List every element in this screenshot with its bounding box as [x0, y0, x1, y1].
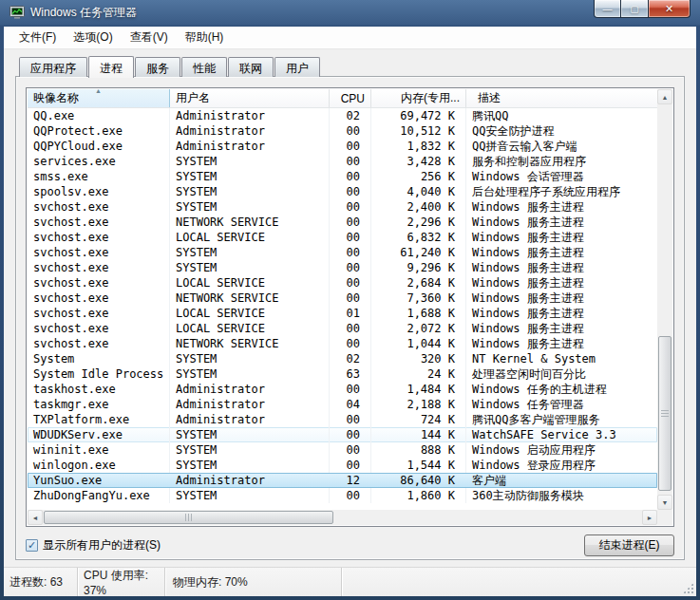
cell-memory: 86,640 K: [371, 473, 466, 488]
cell-memory: 256 K: [371, 169, 466, 184]
close-icon: ✕: [665, 3, 673, 15]
scroll-down-icon: ▼: [662, 499, 669, 506]
cell-cpu: 00: [330, 215, 371, 230]
cell-description: Windows 任务的主机进程: [466, 382, 657, 397]
table-row[interactable]: svchost.exeLOCAL SERVICE006,832 KWindows…: [28, 230, 657, 245]
cell-cpu: 00: [330, 169, 371, 184]
close-button[interactable]: ✕: [648, 0, 691, 18]
table-row[interactable]: svchost.exeNETWORK SERVICE001,044 KWindo…: [28, 336, 657, 351]
vertical-scrollbar[interactable]: ▲ ▼: [657, 89, 672, 510]
table-row[interactable]: taskmgr.exeAdministrator042,188 KWindows…: [28, 397, 657, 412]
tab-应用程序[interactable]: 应用程序: [19, 57, 87, 77]
show-all-users-checkbox[interactable]: ✓ 显示所有用户的进程(S): [26, 537, 161, 553]
column-header[interactable]: 描述: [466, 89, 657, 107]
tab-用户[interactable]: 用户: [274, 57, 320, 77]
title-bar[interactable]: Windows 任务管理器 — ▢ ✕: [4, 0, 696, 27]
cell-image: svchost.exe: [28, 275, 170, 291]
table-row[interactable]: smss.exeSYSTEM00256 KWindows 会话管理器: [28, 169, 657, 184]
maximize-icon: ▢: [630, 4, 638, 14]
cell-cpu: 04: [330, 397, 371, 412]
cell-memory: 1,860 K: [371, 488, 466, 503]
cell-description: Windows 服务主进程: [466, 291, 657, 306]
table-row[interactable]: ZhuDongFangYu.exeSYSTEM001,860 K360主动防御服…: [28, 488, 657, 503]
table-row[interactable]: svchost.exeLOCAL SERVICE002,072 KWindows…: [28, 321, 657, 336]
column-header[interactable]: 映像名称▲: [28, 89, 170, 107]
cell-description: Windows 服务主进程: [466, 275, 657, 291]
thumb-grip-icon: [661, 410, 669, 418]
table-row[interactable]: svchost.exeNETWORK SERVICE002,296 KWindo…: [28, 215, 657, 230]
table-row[interactable]: spoolsv.exeSYSTEM004,040 K后台处理程序子系统应用程序: [28, 184, 657, 199]
cell-user: NETWORK SERVICE: [170, 336, 330, 351]
cell-image: taskmgr.exe: [28, 397, 170, 412]
scroll-down-button[interactable]: ▼: [657, 495, 672, 510]
vertical-scrollbar-thumb[interactable]: [658, 336, 672, 491]
checkbox-checked-icon[interactable]: ✓: [26, 539, 38, 552]
table-row[interactable]: svchost.exeLOCAL SERVICE011,688 KWindows…: [28, 306, 657, 321]
cell-user: LOCAL SERVICE: [170, 275, 330, 291]
table-row[interactable]: winlogon.exeSYSTEM001,544 KWindows 登录应用程…: [28, 458, 657, 473]
cell-image: spoolsv.exe: [28, 184, 170, 199]
cell-user: Administrator: [170, 397, 330, 412]
menu-item[interactable]: 文件(F): [10, 27, 65, 48]
scroll-left-button[interactable]: ◄: [28, 510, 43, 525]
cell-description: 360主动防御服务模块: [466, 488, 657, 503]
column-header[interactable]: 内存(专用...: [371, 89, 466, 107]
scroll-up-icon: ▲: [662, 94, 669, 101]
cell-memory: 9,296 K: [371, 260, 466, 275]
horizontal-scrollbar[interactable]: ◄ ►: [28, 510, 657, 525]
column-header-label: CPU: [341, 92, 365, 105]
tab-性能[interactable]: 性能: [181, 57, 227, 77]
table-row[interactable]: QQPYCloud.exeAdministrator001,832 KQQ拼音云…: [28, 139, 657, 154]
cell-memory: 2,684 K: [371, 275, 466, 291]
column-header-label: 描述: [478, 90, 501, 106]
cell-cpu: 02: [330, 108, 371, 123]
window-title: Windows 任务管理器: [30, 5, 137, 21]
cell-image: svchost.exe: [28, 199, 170, 215]
table-row[interactable]: taskhost.exeAdministrator001,484 KWindow…: [28, 382, 657, 397]
cell-image: svchost.exe: [28, 260, 170, 275]
cell-memory: 1,688 K: [371, 306, 466, 321]
scroll-right-button[interactable]: ►: [642, 510, 657, 525]
table-row[interactable]: QQProtect.exeAdministrator0010,512 KQQ安全…: [28, 123, 657, 139]
cell-cpu: 00: [330, 488, 371, 503]
cell-memory: 4,040 K: [371, 184, 466, 199]
table-row[interactable]: svchost.exeLOCAL SERVICE002,684 KWindows…: [28, 275, 657, 291]
horizontal-scrollbar-thumb[interactable]: [44, 511, 333, 524]
table-row[interactable]: svchost.exeSYSTEM002,400 KWindows 服务主进程: [28, 199, 657, 215]
column-header[interactable]: 用户名: [170, 89, 330, 107]
menu-item[interactable]: 查看(V): [122, 27, 177, 48]
table-row[interactable]: System Idle ProcessSYSTEM6324 K处理器空闲时间百分…: [28, 366, 657, 382]
cell-image: svchost.exe: [28, 306, 170, 321]
scroll-up-button[interactable]: ▲: [657, 89, 672, 104]
cell-description: Windows 启动应用程序: [466, 442, 657, 458]
menu-item[interactable]: 选项(O): [65, 27, 121, 48]
processes-tab-page: 映像名称▲用户名CPU内存(专用...描述 QQ.exeAdministrato…: [15, 76, 685, 560]
table-footer: ✓ 显示所有用户的进程(S) 结束进程(E): [26, 534, 674, 556]
cell-user: SYSTEM: [170, 427, 330, 442]
menu-bar: 文件(F)选项(O)查看(V)帮助(H): [4, 27, 696, 49]
table-row[interactable]: svchost.exeSYSTEM009,296 KWindows 服务主进程: [28, 260, 657, 275]
cell-description: Windows 服务主进程: [466, 260, 657, 275]
table-row[interactable]: WDUDKServ.exeSYSTEM00144 KWatchSAFE Serv…: [28, 427, 657, 442]
cell-cpu: 00: [330, 184, 371, 199]
cell-image: QQProtect.exe: [28, 123, 170, 139]
table-row[interactable]: TXPlatform.exeAdministrator00724 K腾讯QQ多客…: [28, 412, 657, 427]
tab-服务[interactable]: 服务: [135, 57, 180, 77]
table-row[interactable]: svchost.exeSYSTEM0061,240 KWindows 服务主进程: [28, 245, 657, 260]
cell-memory: 61,240 K: [371, 245, 466, 260]
table-header-row: 映像名称▲用户名CPU内存(专用...描述: [28, 89, 657, 108]
end-process-button[interactable]: 结束进程(E): [584, 534, 674, 556]
table-row[interactable]: QQ.exeAdministrator0269,472 K腾讯QQ: [28, 108, 657, 123]
table-row[interactable]: YunSuo.exeAdministrator1286,640 K客户端: [28, 473, 657, 488]
column-header[interactable]: CPU: [330, 89, 371, 107]
menu-item[interactable]: 帮助(H): [177, 27, 233, 48]
table-row[interactable]: wininit.exeSYSTEM00888 KWindows 启动应用程序: [28, 442, 657, 458]
maximize-button[interactable]: ▢: [621, 0, 648, 18]
table-row[interactable]: SystemSYSTEM02320 KNT Kernel & System: [28, 351, 657, 366]
table-row[interactable]: svchost.exeNETWORK SERVICE007,360 KWindo…: [28, 291, 657, 306]
resize-grip-icon[interactable]: [683, 583, 693, 593]
tab-进程[interactable]: 进程: [88, 56, 134, 78]
minimize-button[interactable]: —: [594, 0, 621, 18]
tab-联网[interactable]: 联网: [228, 57, 274, 77]
table-row[interactable]: services.exeSYSTEM003,428 K服务和控制器应用程序: [28, 154, 657, 169]
